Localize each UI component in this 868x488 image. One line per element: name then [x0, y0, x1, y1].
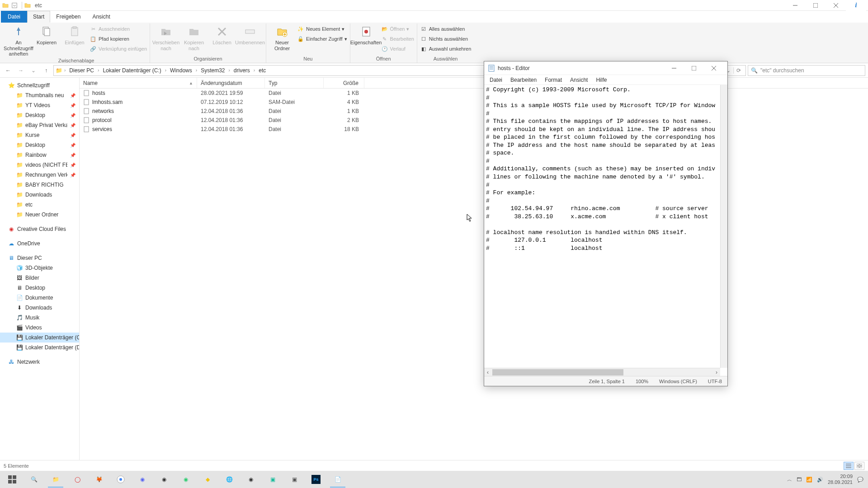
open-button[interactable]: 📂Öffnen ▾: [381, 24, 414, 33]
pin-quickaccess-button[interactable]: An Schnellzugriff anheften: [5, 23, 32, 57]
moveto-button[interactable]: Verschieben nach: [153, 23, 179, 51]
app-discord[interactable]: ◉: [132, 471, 153, 488]
explorer-taskbar[interactable]: 📁: [45, 471, 66, 488]
app-firefox[interactable]: 🦊: [89, 471, 109, 488]
maximize-button[interactable]: [805, 0, 826, 11]
notepad-minimize[interactable]: [664, 61, 684, 75]
sidebar-thispc[interactable]: 🖥Dieser PC: [0, 253, 79, 263]
notepad-vscroll[interactable]: [720, 85, 727, 368]
sidebar-item[interactable]: 📁eBay Privat Verkauf📌: [0, 120, 79, 130]
tray-volume-icon[interactable]: 🔊: [817, 477, 823, 483]
edit-button[interactable]: ✎Bearbeiten: [381, 34, 414, 43]
notepad-maximize[interactable]: [684, 61, 704, 75]
sidebar-item[interactable]: 📁videos (NICHT FERT📌: [0, 160, 79, 170]
cut-button[interactable]: ✂Ausschneiden: [90, 24, 147, 33]
np-menu-edit[interactable]: Bearbeiten: [507, 75, 540, 84]
table-row[interactable]: lmhosts.sam07.12.2019 10:12SAM-Datei4 KB: [80, 98, 868, 107]
sidebar-item[interactable]: ⬇Downloads: [0, 303, 79, 313]
table-row[interactable]: networks12.04.2018 01:36Datei1 KB: [80, 107, 868, 116]
sidebar-network[interactable]: 🖧Netzwerk: [0, 357, 79, 367]
copyto-button[interactable]: Kopieren nach: [181, 23, 207, 51]
sidebar-item[interactable]: 🖼Bilder: [0, 273, 79, 283]
sidebar-item[interactable]: 📁Desktop📌: [0, 110, 79, 120]
col-size[interactable]: Größe: [324, 78, 364, 88]
tray-clock[interactable]: 20:09 28.09.2021: [828, 474, 853, 485]
newitem-button[interactable]: ✨Neues Element ▾: [297, 24, 347, 33]
sidebar-item[interactable]: 📁etc: [0, 200, 79, 210]
app-green[interactable]: ◉: [175, 471, 196, 488]
np-menu-file[interactable]: Datei: [486, 75, 506, 84]
dropdown-icon[interactable]: [11, 2, 18, 9]
np-menu-help[interactable]: Hilfe: [592, 75, 610, 84]
minimize-button[interactable]: [785, 0, 805, 11]
view-icons-button[interactable]: [854, 462, 864, 470]
search-button[interactable]: 🔍: [24, 471, 44, 488]
app-resolve[interactable]: ▣: [284, 471, 305, 488]
history-button[interactable]: 🕐Verlauf: [381, 44, 414, 53]
close-button[interactable]: [826, 0, 846, 11]
app-obs[interactable]: ◉: [241, 471, 261, 488]
app-steam[interactable]: ◉: [154, 471, 175, 488]
table-row[interactable]: services12.04.2018 01:36Datei18 KB: [80, 125, 868, 134]
tray-chevron-icon[interactable]: ︿: [787, 476, 792, 483]
np-menu-format[interactable]: Format: [541, 75, 566, 84]
properties-button[interactable]: Eigenschaften: [353, 23, 379, 46]
easyaccess-button[interactable]: 🔓Einfacher Zugriff ▾: [297, 34, 347, 43]
sidebar-onedrive[interactable]: ☁OneDrive: [0, 239, 79, 249]
app-opera[interactable]: ◯: [67, 471, 88, 488]
search-input[interactable]: 🔍 "etc" durchsuchen: [748, 65, 865, 76]
newfolder-button[interactable]: Neuer Ordner: [269, 23, 295, 51]
rename-button[interactable]: Umbenennen: [237, 23, 263, 46]
sidebar-item[interactable]: 📁YT Videos📌: [0, 100, 79, 110]
tab-file[interactable]: Datei: [1, 11, 27, 23]
sidebar-item[interactable]: 📁Rainbow📌: [0, 150, 79, 160]
sidebar-quickaccess[interactable]: ⭐Schnellzugriff: [0, 80, 79, 90]
pastelink-button[interactable]: 🔗Verknüpfung einfügen: [90, 44, 147, 53]
sidebar-item[interactable]: 📁Downloads: [0, 190, 79, 200]
copypath-button[interactable]: 📋Pfad kopieren: [90, 34, 147, 43]
delete-button[interactable]: Löschen: [209, 23, 235, 46]
help-button[interactable]: i: [846, 0, 866, 11]
table-row[interactable]: hosts28.09.2021 19:59Datei1 KB: [80, 89, 868, 98]
sidebar-item[interactable]: 🎵Musik: [0, 313, 79, 323]
sidebar-item[interactable]: 📁Rechnungen Verkau📌: [0, 170, 79, 180]
sidebar-item[interactable]: 📁Kurse📌: [0, 130, 79, 140]
np-menu-view[interactable]: Ansicht: [566, 75, 591, 84]
app-notepad[interactable]: 📄: [327, 471, 348, 488]
start-button[interactable]: [2, 471, 23, 488]
tab-start[interactable]: Start: [27, 11, 50, 23]
sidebar-item[interactable]: 🧊3D-Objekte: [0, 263, 79, 273]
notepad-textarea[interactable]: # Copyright (c) 1993-2009 Microsoft Corp…: [484, 85, 727, 253]
app-teal[interactable]: ▣: [262, 471, 283, 488]
tab-share[interactable]: Freigeben: [50, 11, 86, 23]
invert-button[interactable]: ◧Auswahl umkehren: [420, 44, 472, 53]
selectnone-button[interactable]: ☐Nichts auswählen: [420, 34, 472, 43]
tray-network-icon[interactable]: 📶: [806, 477, 812, 483]
app-yellow[interactable]: ◆: [197, 471, 218, 488]
notepad-close[interactable]: [704, 61, 724, 75]
refresh-button[interactable]: ⟳: [733, 67, 744, 74]
view-details-button[interactable]: [844, 462, 854, 470]
col-date[interactable]: Änderungsdatum: [197, 78, 265, 88]
sidebar-item[interactable]: 💾Lokaler Datenträger (D: [0, 343, 79, 352]
app-photoshop[interactable]: Ps: [306, 471, 326, 488]
sidebar-item[interactable]: 📁BABY RICHTIG: [0, 180, 79, 190]
paste-button[interactable]: Einfügen: [61, 23, 88, 46]
app-chrome[interactable]: [110, 471, 131, 488]
col-type[interactable]: Typ: [265, 78, 324, 88]
recent-button[interactable]: ⌄: [28, 65, 39, 76]
sidebar-item[interactable]: 🖥Desktop: [0, 283, 79, 293]
app-globe[interactable]: 🌐: [219, 471, 240, 488]
sidebar-item[interactable]: 📄Dokumente: [0, 293, 79, 303]
tray-battery-icon[interactable]: 🗔: [797, 477, 802, 482]
back-button[interactable]: ←: [3, 65, 14, 76]
selectall-button[interactable]: ☑Alles auswählen: [420, 24, 472, 33]
forward-button[interactable]: →: [15, 65, 26, 76]
table-row[interactable]: protocol12.04.2018 01:36Datei2 KB: [80, 116, 868, 125]
tab-view[interactable]: Ansicht: [86, 11, 116, 23]
sidebar-ccf[interactable]: ◉Creative Cloud Files: [0, 224, 79, 234]
sidebar-item[interactable]: 📁Thumbnails neu📌: [0, 90, 79, 100]
notepad-hscroll[interactable]: ‹›: [484, 368, 720, 376]
sidebar-item[interactable]: 💾Lokaler Datenträger (C: [0, 333, 79, 343]
sidebar-item[interactable]: 📁Neuer Ordner: [0, 210, 79, 220]
